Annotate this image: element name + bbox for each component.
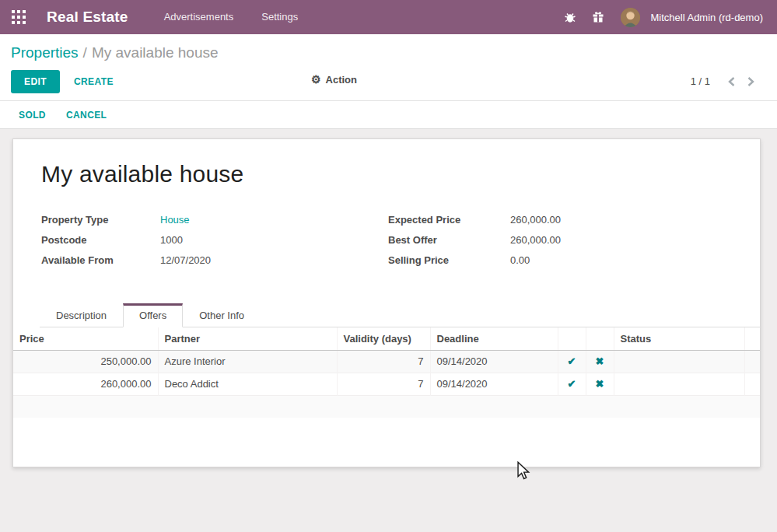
offer-partner: Deco Addict [158, 373, 337, 395]
field-value-property-type[interactable]: House [160, 214, 190, 226]
field-available-from: Available From 12/07/2020 [41, 254, 388, 266]
user-menu[interactable]: Mitchell Admin (rd-demo) [651, 12, 764, 23]
content-area: My available house Property Type House P… [0, 129, 777, 504]
fields-left-column: Property Type House Postcode 1000 Availa… [41, 214, 388, 275]
debug-bug-icon[interactable] [558, 0, 582, 34]
top-navbar: Real Estate Advertisements Settings [0, 0, 777, 34]
field-label-selling-price: Selling Price [388, 254, 510, 266]
offers-table: Price Partner Validity (days) Deadline S… [13, 327, 760, 396]
field-value-best-offer: 260,000.00 [510, 234, 561, 246]
offer-price: 260,000.00 [13, 373, 158, 395]
column-header-validity[interactable]: Validity (days) [337, 327, 430, 350]
field-value-selling-price: 0.00 [510, 254, 530, 266]
offer-status [614, 373, 744, 395]
statusbar: SOLD CANCEL [0, 101, 777, 129]
fields-right-column: Expected Price 260,000.00 Best Offer 260… [388, 214, 735, 275]
column-header-price[interactable]: Price [13, 327, 158, 350]
tab-description[interactable]: Description [40, 303, 123, 327]
gift-icon[interactable] [586, 0, 610, 34]
column-header-partner[interactable]: Partner [158, 327, 337, 350]
offer-partner: Azure Interior [158, 350, 337, 373]
breadcrumb: Properties/My available house [11, 43, 765, 63]
field-label-postcode: Postcode [41, 234, 160, 246]
offer-deadline: 09/14/2020 [430, 350, 558, 373]
field-selling-price: Selling Price 0.00 [388, 254, 735, 266]
record-title: My available house [41, 161, 760, 187]
refuse-offer-icon[interactable]: ✖ [596, 378, 604, 390]
field-value-available-from: 12/07/2020 [160, 254, 211, 266]
breadcrumb-current: My available house [92, 44, 219, 61]
field-value-postcode: 1000 [160, 234, 183, 246]
pager-next-icon[interactable] [747, 76, 755, 87]
menu-advertisements[interactable]: Advertisements [150, 0, 248, 34]
gear-icon: ⚙ [311, 73, 321, 86]
sold-button[interactable]: SOLD [19, 110, 46, 121]
field-label-expected-price: Expected Price [388, 214, 510, 226]
tab-other-info[interactable]: Other Info [183, 303, 261, 327]
field-best-offer: Best Offer 260,000.00 [388, 234, 735, 246]
apps-menu-icon[interactable] [0, 0, 37, 34]
offer-price: 250,000.00 [13, 350, 158, 373]
offer-validity: 7 [337, 373, 430, 395]
accept-offer-icon[interactable]: ✔ [568, 378, 576, 390]
field-label-best-offer: Best Offer [388, 234, 510, 246]
form-sheet: My available house Property Type House P… [12, 138, 761, 467]
field-label-property-type: Property Type [41, 214, 160, 226]
menu-settings[interactable]: Settings [247, 0, 312, 34]
tab-offers[interactable]: Offers [123, 303, 183, 327]
field-postcode: Postcode 1000 [41, 234, 388, 246]
column-header-refuse [586, 327, 614, 350]
empty-row-stripe [13, 396, 760, 418]
column-header-accept [558, 327, 586, 350]
action-menu[interactable]: ⚙ Action [311, 73, 357, 86]
field-value-expected-price: 260,000.00 [510, 214, 561, 226]
column-header-status[interactable]: Status [614, 327, 744, 350]
field-group: Property Type House Postcode 1000 Availa… [41, 214, 760, 275]
avatar[interactable] [621, 8, 640, 27]
pager-count: 1 / 1 [691, 75, 710, 87]
control-panel: Properties/My available house EDIT CREAT… [0, 34, 777, 101]
offer-deadline: 09/14/2020 [430, 373, 558, 395]
field-label-available-from: Available From [41, 254, 160, 266]
offer-row[interactable]: 260,000.00 Deco Addict 7 09/14/2020 ✔ ✖ [13, 373, 760, 395]
refuse-offer-icon[interactable]: ✖ [596, 355, 604, 367]
column-header-deadline[interactable]: Deadline [430, 327, 558, 350]
accept-offer-icon[interactable]: ✔ [568, 355, 576, 367]
offers-header-row: Price Partner Validity (days) Deadline S… [13, 327, 760, 350]
edit-button[interactable]: EDIT [11, 70, 60, 93]
column-header-spacer [744, 327, 760, 350]
field-expected-price: Expected Price 260,000.00 [388, 214, 735, 226]
create-button[interactable]: CREATE [74, 76, 114, 87]
notebook-tabs: Description Offers Other Info [40, 303, 761, 327]
app-name[interactable]: Real Estate [47, 9, 128, 26]
field-property-type: Property Type House [41, 214, 388, 226]
cancel-button[interactable]: CANCEL [66, 110, 107, 121]
action-menu-label: Action [326, 74, 357, 86]
offer-row[interactable]: 250,000.00 Azure Interior 7 09/14/2020 ✔… [13, 350, 760, 373]
offer-status [614, 350, 744, 373]
breadcrumb-properties-link[interactable]: Properties [11, 44, 79, 61]
breadcrumb-separator: / [83, 44, 87, 61]
pager: 1 / 1 [691, 75, 755, 87]
pager-previous-icon[interactable] [727, 76, 736, 87]
offer-validity: 7 [337, 350, 430, 373]
